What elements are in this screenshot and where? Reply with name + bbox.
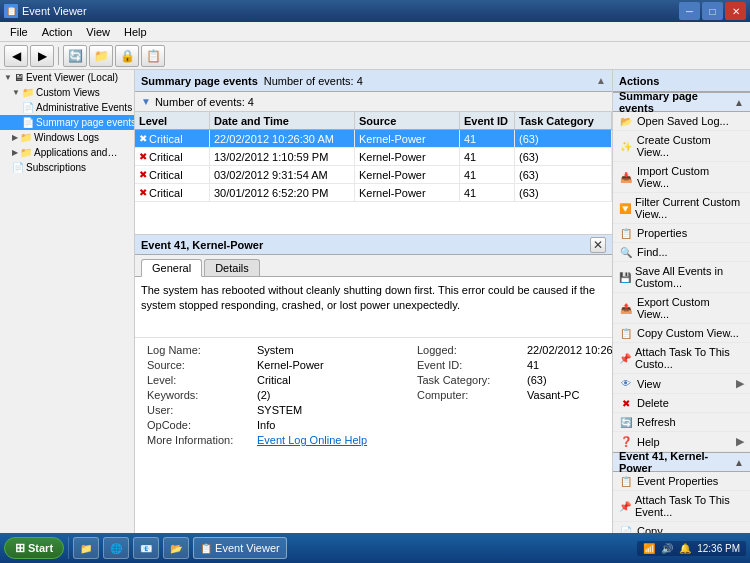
action-attach-task-event[interactable]: 📌 Attach Task To This Event... [613, 491, 750, 522]
menu-file[interactable]: File [4, 24, 34, 40]
filter-view-icon: 🔽 [619, 203, 631, 214]
toolbar-refresh[interactable]: 🔄 [63, 45, 87, 67]
toolbar-copy[interactable]: 📋 [141, 45, 165, 67]
cell-level-0: ✖ Critical [135, 130, 210, 147]
actions-section-summary: Summary page events ▲ [613, 92, 750, 112]
action-save-all-events[interactable]: 💾 Save All Events in Custom... [613, 262, 750, 293]
action-properties[interactable]: 📋 Properties [613, 224, 750, 243]
event-log-help-link[interactable]: Event Log Online Help [257, 434, 367, 446]
start-button[interactable]: ⊞ Start [4, 537, 64, 559]
label-source: Source: [147, 359, 257, 371]
tree-item-admin-events[interactable]: 📄 Administrative Events [0, 100, 134, 115]
action-filter-custom-view[interactable]: 🔽 Filter Current Custom View... [613, 193, 750, 224]
action-help[interactable]: ❓ Help ▶ [613, 432, 750, 452]
taskbar-item-0[interactable]: 📁 [73, 537, 99, 559]
collapse-section-1-icon[interactable]: ▲ [734, 97, 744, 108]
toolbar-forward[interactable]: ▶ [30, 45, 54, 67]
tree-item-custom-views[interactable]: ▼ 📁 Custom Views [0, 85, 134, 100]
tab-general[interactable]: General [141, 259, 202, 277]
action-create-custom-view[interactable]: ✨ Create Custom View... [613, 131, 750, 162]
events-header: Summary page events Number of events: 4 … [135, 70, 612, 92]
event-meta: Log Name: System Logged: 22/02/2012 10:2… [135, 337, 612, 452]
col-header-taskcategory: Task Category [515, 112, 612, 129]
table-row[interactable]: ✖ Critical 30/01/2012 6:52:20 PM Kernel-… [135, 184, 612, 202]
label-taskcategory: Task Category: [417, 374, 527, 386]
volume-icon: 🔊 [661, 543, 673, 554]
value-level: Critical [257, 374, 417, 386]
attach-task-custom-icon: 📌 [619, 353, 631, 364]
cell-taskcategory-1: (63) [515, 148, 612, 165]
toolbar-open[interactable]: 📁 [89, 45, 113, 67]
col-header-datetime: Date and Time [210, 112, 355, 129]
delete-icon: ✖ [619, 398, 633, 409]
action-copy-custom-view[interactable]: 📋 Copy Custom View... [613, 324, 750, 343]
cell-level-1: ✖ Critical [135, 148, 210, 165]
table-header: Level Date and Time Source Event ID Task… [135, 112, 612, 130]
events-area: Summary page events Number of events: 4 … [135, 70, 612, 235]
tree-item-event-viewer[interactable]: ▼ 🖥 Event Viewer (Local) [0, 70, 134, 85]
network-icon: 📶 [643, 543, 655, 554]
table-row[interactable]: ✖ Critical 13/02/2012 1:10:59 PM Kernel-… [135, 148, 612, 166]
toolbar-lock[interactable]: 🔒 [115, 45, 139, 67]
tree-item-subscriptions[interactable]: 📄 Subscriptions [0, 160, 134, 175]
cell-eventid-0: 41 [460, 130, 515, 147]
collapse-section-2-icon[interactable]: ▲ [734, 457, 744, 468]
tree-item-windows-logs[interactable]: ▶ 📁 Windows Logs [0, 130, 134, 145]
taskbar-system-tray: 📶 🔊 🔔 12:36 PM [637, 541, 746, 556]
menu-view[interactable]: View [80, 24, 116, 40]
tree-view: ▼ 🖥 Event Viewer (Local) ▼ 📁 Custom View… [0, 70, 134, 539]
action-refresh[interactable]: 🔄 Refresh [613, 413, 750, 432]
close-detail-button[interactable]: ✕ [590, 237, 606, 253]
taskbar-item-1[interactable]: 🌐 [103, 537, 129, 559]
value-computer: Vasant-PC [527, 389, 612, 401]
label-moreinfo: More Information: [147, 434, 257, 446]
value-logname: System [257, 344, 417, 356]
cell-eventid-2: 41 [460, 166, 515, 183]
create-view-icon: ✨ [619, 141, 633, 152]
toolbar-separator [58, 47, 59, 65]
tree-item-summary-events[interactable]: 📄 Summary page events [0, 115, 134, 130]
window-title: Event Viewer [22, 5, 87, 17]
menu-help[interactable]: Help [118, 24, 153, 40]
attach-task-event-icon: 📌 [619, 501, 631, 512]
action-import-custom-view[interactable]: 📥 Import Custom View... [613, 162, 750, 193]
help-arrow-icon: ▶ [736, 435, 744, 448]
toolbar-back[interactable]: ◀ [4, 45, 28, 67]
action-delete[interactable]: ✖ Delete [613, 394, 750, 413]
action-view[interactable]: 👁 View ▶ [613, 374, 750, 394]
section-title-event: Event 41, Kernel-Power [619, 450, 734, 474]
table-row[interactable]: ✖ Critical 03/02/2012 9:31:54 AM Kernel-… [135, 166, 612, 184]
event-detail-area: Event 41, Kernel-Power ✕ General Details… [135, 235, 612, 539]
filter-text: Number of events: 4 [155, 96, 254, 108]
taskbar-event-viewer[interactable]: 📋 Event Viewer [193, 537, 287, 559]
maximize-button[interactable]: □ [702, 2, 723, 20]
import-view-icon: 📥 [619, 172, 633, 183]
tabs-row: General Details [135, 255, 612, 277]
refresh-icon: 🔄 [619, 417, 633, 428]
action-attach-task-custom[interactable]: 📌 Attach Task To This Custo... [613, 343, 750, 374]
minimize-button[interactable]: ─ [679, 2, 700, 20]
taskbar-item-3[interactable]: 📂 [163, 537, 189, 559]
cell-taskcategory-0: (63) [515, 130, 612, 147]
cell-source-0: Kernel-Power [355, 130, 460, 147]
col-header-source: Source [355, 112, 460, 129]
menu-action[interactable]: Action [36, 24, 79, 40]
action-find[interactable]: 🔍 Find... [613, 243, 750, 262]
action-center-icon: 🔔 [679, 543, 691, 554]
action-export-custom-view[interactable]: 📤 Export Custom View... [613, 293, 750, 324]
left-panel: ▼ 🖥 Event Viewer (Local) ▼ 📁 Custom View… [0, 70, 135, 539]
action-open-saved-log[interactable]: 📂 Open Saved Log... [613, 112, 750, 131]
main-layout: ▼ 🖥 Event Viewer (Local) ▼ 📁 Custom View… [0, 70, 750, 539]
label-keywords: Keywords: [147, 389, 257, 401]
table-row[interactable]: ✖ Critical 22/02/2012 10:26:30 AM Kernel… [135, 130, 612, 148]
event-description: The system has rebooted without cleanly … [135, 277, 612, 337]
action-event-properties[interactable]: 📋 Event Properties [613, 472, 750, 491]
open-saved-log-icon: 📂 [619, 116, 633, 127]
tab-details[interactable]: Details [204, 259, 260, 276]
section-title-summary: Summary page events [619, 90, 734, 114]
collapse-events-icon[interactable]: ▲ [596, 75, 606, 86]
tree-item-app-services-logs[interactable]: ▶ 📁 Applications and Services Logs [0, 145, 134, 160]
app-icon: 📋 [4, 4, 18, 18]
close-button[interactable]: ✕ [725, 2, 746, 20]
taskbar-item-2[interactable]: 📧 [133, 537, 159, 559]
